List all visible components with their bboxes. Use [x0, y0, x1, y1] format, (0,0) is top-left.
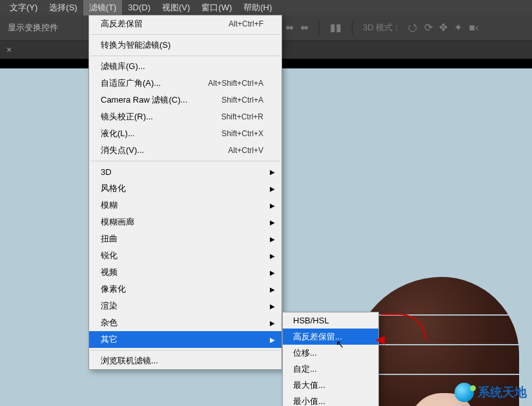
- submenu-item-custom[interactable]: 自定...: [283, 361, 378, 377]
- menu-item-pixelate[interactable]: 像素化▶: [89, 281, 281, 298]
- submenu-arrow-icon: ▶: [270, 236, 275, 243]
- menu-item-noise[interactable]: 杂色▶: [89, 314, 281, 331]
- menu-item-video[interactable]: 视频▶: [89, 264, 281, 281]
- menu-item-3d[interactable]: 3D▶: [89, 163, 281, 180]
- menubar: 文字(Y) 选择(S) 滤镜(T) 3D(D) 视图(V) 窗口(W) 帮助(H…: [0, 0, 532, 15]
- menu-item-other[interactable]: 其它▶: [89, 331, 281, 348]
- menu-label: 杂色: [101, 317, 118, 329]
- menu-label: 液化(L)...: [101, 128, 135, 139]
- menu-item-smart-filter[interactable]: 转换为智能滤镜(S): [89, 37, 281, 54]
- other-submenu: HSB/HSL 高反差保留... 位移... 自定... 最大值... 最小值.…: [282, 312, 379, 406]
- submenu-arrow-icon: ▶: [270, 168, 275, 176]
- menu-filter[interactable]: 滤镜(T): [83, 0, 123, 15]
- watermark: 系统天地: [455, 383, 527, 402]
- menu-label: 自定...: [293, 363, 317, 375]
- menu-separator: [90, 350, 280, 350]
- separator: [352, 21, 353, 35]
- menu-item-liquify[interactable]: 液化(L)...Shift+Ctrl+X: [89, 125, 281, 142]
- orbit-icon[interactable]: ⭯: [407, 22, 418, 34]
- submenu-arrow-icon: ▶: [270, 303, 275, 310]
- slide-icon[interactable]: ✦: [454, 21, 462, 34]
- menu-item-blur[interactable]: 模糊▶: [89, 197, 281, 214]
- show-transform-controls-label: 显示变换控件: [0, 22, 66, 34]
- separator: [319, 21, 320, 35]
- menu-separator: [90, 56, 280, 56]
- camera-icon[interactable]: ■‹: [469, 22, 478, 34]
- menu-item-last-filter[interactable]: 高反差保留 Alt+Ctrl+F: [89, 15, 281, 32]
- watermark-icon: [455, 383, 474, 402]
- shortcut: Alt+Shift+Ctrl+A: [208, 79, 263, 88]
- menu-label: 高反差保留...: [293, 331, 342, 343]
- filter-menu: 高反差保留 Alt+Ctrl+F 转换为智能滤镜(S) 滤镜库(G)... 自适…: [88, 15, 282, 370]
- menu-text[interactable]: 文字(Y): [4, 0, 43, 15]
- submenu-item-hsb-hsl[interactable]: HSB/HSL: [283, 312, 378, 329]
- menu-item-camera-raw[interactable]: Camera Raw 滤镜(C)...Shift+Ctrl+A: [89, 92, 281, 108]
- submenu-item-offset[interactable]: 位移...: [283, 345, 378, 361]
- menu-item-sharpen[interactable]: 锐化▶: [89, 247, 281, 264]
- menu-label: 锐化: [101, 250, 118, 261]
- menu-label: 自适应广角(A)...: [101, 77, 161, 89]
- align-icon[interactable]: ⬌: [285, 21, 294, 34]
- 3d-mode-label: 3D 模式：: [363, 22, 401, 34]
- shortcut: Shift+Ctrl+X: [221, 129, 263, 138]
- menu-item-adaptive-wide-angle[interactable]: 自适应广角(A)...Alt+Shift+Ctrl+A: [89, 75, 281, 92]
- align-icon[interactable]: ⬌: [300, 21, 309, 34]
- menu-label: HSB/HSL: [293, 316, 329, 325]
- tab-close-icon[interactable]: ×: [0, 45, 18, 55]
- menu-item-distort[interactable]: 扭曲▶: [89, 230, 281, 247]
- submenu-arrow-icon: ▶: [270, 320, 275, 327]
- menu-label: 扭曲: [101, 233, 118, 245]
- menu-label: 模糊画廊: [101, 216, 134, 228]
- submenu-arrow-icon: ▶: [270, 219, 275, 226]
- submenu-arrow-icon: ▶: [270, 252, 275, 259]
- menu-item-lens-correction[interactable]: 镜头校正(R)...Shift+Ctrl+R: [89, 108, 281, 125]
- menu-separator: [90, 161, 280, 161]
- shortcut: Alt+Ctrl+F: [229, 19, 263, 28]
- submenu-arrow-icon: ▶: [270, 336, 275, 343]
- menu-label: 其它: [101, 334, 118, 345]
- menu-label: 浏览联机滤镜...: [101, 355, 158, 367]
- menu-label: 视频: [101, 267, 118, 278]
- menu-label: 滤镜库(G)...: [101, 61, 145, 72]
- submenu-arrow-icon: ▶: [270, 185, 275, 192]
- distribute-icon[interactable]: ▮▮: [330, 21, 342, 34]
- menu-label: 最大值...: [293, 380, 325, 391]
- menu-item-blur-gallery[interactable]: 模糊画廊▶: [89, 214, 281, 230]
- menu-item-filter-gallery[interactable]: 滤镜库(G)...: [89, 58, 281, 75]
- menu-label: Camera Raw 滤镜(C)...: [101, 94, 187, 106]
- menu-help[interactable]: 帮助(H): [238, 0, 278, 15]
- submenu-arrow-icon: ▶: [270, 202, 275, 209]
- menu-view[interactable]: 视图(V): [156, 0, 196, 15]
- watermark-text: 系统天地: [478, 384, 527, 401]
- menu-separator: [90, 34, 280, 35]
- submenu-item-high-pass[interactable]: 高反差保留...: [283, 329, 378, 345]
- menu-item-stylize[interactable]: 风格化▶: [89, 180, 281, 197]
- menu-label: 渲染: [101, 300, 118, 312]
- menu-window[interactable]: 窗口(W): [196, 0, 238, 15]
- submenu-item-minimum[interactable]: 最小值...: [283, 393, 378, 406]
- menu-label: 风格化: [101, 183, 126, 194]
- rotate-icon[interactable]: ⟳: [424, 21, 433, 34]
- shortcut: Shift+Ctrl+A: [221, 96, 263, 105]
- menu-label: 镜头校正(R)...: [101, 111, 153, 123]
- menu-label: 3D: [101, 167, 112, 177]
- pan-icon[interactable]: ✥: [439, 21, 447, 34]
- menu-label: 模糊: [101, 199, 118, 211]
- submenu-arrow-icon: ▶: [270, 269, 275, 276]
- menu-label: 转换为智能滤镜(S): [101, 39, 170, 51]
- shortcut: Alt+Ctrl+V: [228, 146, 263, 155]
- menu-label: 最小值...: [293, 396, 325, 407]
- menu-label: 位移...: [293, 347, 317, 359]
- shortcut: Shift+Ctrl+R: [221, 112, 263, 121]
- menu-item-browse-online[interactable]: 浏览联机滤镜...: [89, 352, 281, 369]
- menu-3d[interactable]: 3D(D): [122, 1, 156, 14]
- submenu-arrow-icon: ▶: [270, 286, 275, 293]
- menu-item-vanishing-point[interactable]: 消失点(V)...Alt+Ctrl+V: [89, 142, 281, 159]
- submenu-item-maximum[interactable]: 最大值...: [283, 377, 378, 393]
- menu-select[interactable]: 选择(S): [43, 0, 83, 15]
- menu-label: 消失点(V)...: [101, 145, 144, 156]
- menu-label: 像素化: [101, 283, 126, 295]
- menu-label: 高反差保留: [101, 18, 143, 30]
- menu-item-render[interactable]: 渲染▶: [89, 298, 281, 314]
